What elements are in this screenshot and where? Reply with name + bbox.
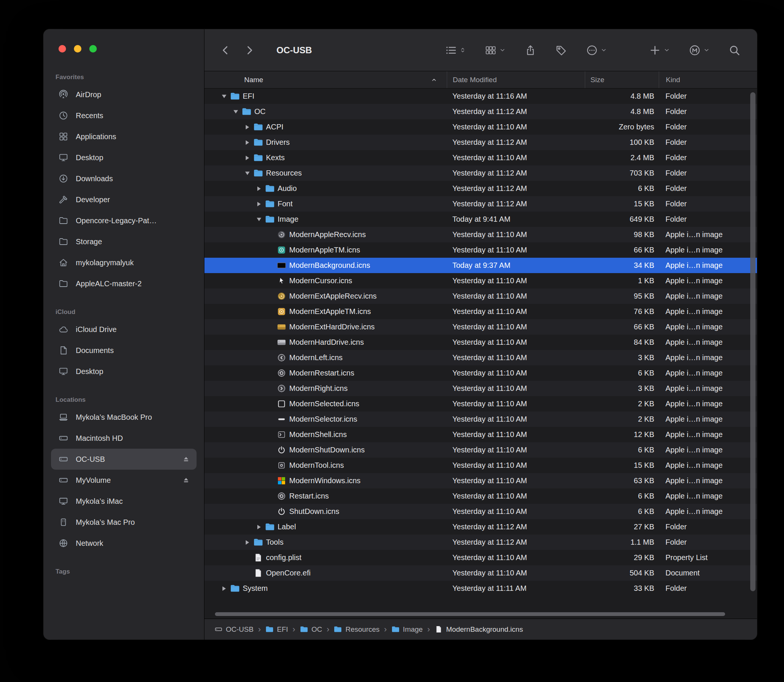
file-row-modernright-icns[interactable]: ModernRight.icnsYesterday at 11:10 AM3 K… [204, 381, 757, 396]
file-row-modernselected-icns[interactable]: ModernSelected.icnsYesterday at 11:10 AM… [204, 396, 757, 411]
close-button[interactable] [59, 45, 66, 53]
sidebar-item-myvolume[interactable]: MyVolume [51, 470, 196, 491]
column-headers: Name Date Modified Size Kind [204, 71, 757, 89]
path-item-efi[interactable]: EFI [265, 625, 288, 634]
file-row-label[interactable]: LabelYesterday at 11:12 AM27 KBFolder [204, 519, 757, 535]
file-row-system[interactable]: SystemYesterday at 11:11 AM33 KBFolder [204, 581, 757, 596]
file-row-modernharddrive-icns[interactable]: ModernHardDrive.icnsYesterday at 11:10 A… [204, 335, 757, 350]
sidebar-item-developer[interactable]: Developer [51, 189, 196, 210]
sidebar-item-oc-usb[interactable]: OC-USB [51, 449, 196, 470]
back-button[interactable] [220, 44, 231, 56]
disclosure-triangle[interactable] [230, 110, 242, 114]
path-item-image[interactable]: Image [391, 625, 423, 634]
file-row-modernleft-icns[interactable]: ModernLeft.icnsYesterday at 11:10 AM3 KB… [204, 350, 757, 365]
path-item-resources[interactable]: Resources [334, 625, 379, 634]
column-header-size[interactable]: Size [585, 71, 659, 88]
file-row-modernwindows-icns[interactable]: ModernWindows.icnsYesterday at 11:10 AM6… [204, 473, 757, 488]
name-cell: ModernRestart.icns [204, 365, 447, 381]
sidebar-item-applealc-master-2[interactable]: AppleALC-master-2 [51, 273, 196, 294]
view-mode-button[interactable] [445, 44, 466, 56]
disclosure-triangle[interactable] [218, 586, 230, 591]
eject-icon[interactable] [182, 454, 191, 464]
file-row-acpi[interactable]: ACPIYesterday at 11:10 AMZero bytesFolde… [204, 119, 757, 135]
file-row-modernextapplerecv-icns[interactable]: ModernExtAppleRecv.icnsYesterday at 11:1… [204, 288, 757, 304]
sidebar-item-icloud-drive[interactable]: iCloud Drive [51, 319, 196, 340]
file-row-image[interactable]: ImageToday at 9:41 AM649 KBFolder [204, 212, 757, 227]
name-cell: OpenCore.efi [204, 565, 447, 581]
disclosure-triangle[interactable] [242, 171, 253, 175]
fullscreen-button[interactable] [89, 45, 97, 53]
account-button[interactable] [689, 44, 710, 56]
sidebar-item-recents[interactable]: Recents [51, 105, 196, 126]
disclosure-triangle[interactable] [253, 202, 265, 206]
share-button[interactable] [524, 44, 536, 56]
horizontal-scrollbar-thumb[interactable] [215, 612, 725, 616]
sidebar-item-macintosh-hd[interactable]: Macintosh HD [51, 428, 196, 449]
tags-button[interactable] [555, 44, 567, 56]
sidebar-item-airdrop[interactable]: AirDrop [51, 84, 196, 105]
sidebar-item-desktop[interactable]: Desktop [51, 147, 196, 168]
file-row-modernselector-icns[interactable]: ModernSelector.icnsYesterday at 11:10 AM… [204, 411, 757, 427]
disclosure-triangle[interactable] [242, 540, 253, 545]
disclosure-triangle[interactable] [242, 125, 253, 129]
sidebar-item-mykola-s-mac-pro[interactable]: Mykola’s Mac Pro [51, 512, 196, 533]
sidebar-item-opencore-legacy-pat[interactable]: Opencore-Legacy-Pat… [51, 210, 196, 231]
file-row-tools[interactable]: ToolsYesterday at 11:12 AM1.1 MBFolder [204, 535, 757, 550]
sidebar-item-label: Developer [76, 196, 110, 204]
disclosure-triangle[interactable] [253, 525, 265, 529]
column-header-kind[interactable]: Kind [659, 71, 757, 88]
file-row-shutdown-icns[interactable]: ShutDown.icnsYesterday at 11:10 AM6 KBAp… [204, 504, 757, 519]
file-row-resources[interactable]: ResourcesYesterday at 11:12 AM703 KBFold… [204, 166, 757, 181]
disclosure-triangle[interactable] [218, 94, 230, 99]
sidebar-item-downloads[interactable]: Downloads [51, 168, 196, 189]
disclosure-triangle[interactable] [242, 140, 253, 145]
file-row-modernrestart-icns[interactable]: ModernRestart.icnsYesterday at 11:10 AM6… [204, 365, 757, 381]
forward-button[interactable] [244, 44, 255, 56]
file-row-modernbackground-icns[interactable]: ModernBackground.icnsToday at 9:37 AM34 … [204, 258, 757, 273]
sidebar-item-applications[interactable]: Applications [51, 126, 196, 147]
disclosure-triangle[interactable] [242, 156, 253, 160]
file-row-opencore-efi[interactable]: OpenCore.efiYesterday at 11:10 AM504 KBD… [204, 565, 757, 581]
group-by-button[interactable] [484, 44, 506, 56]
file-row-modernextharddrive-icns[interactable]: ModernExtHardDrive.icnsYesterday at 11:1… [204, 319, 757, 335]
chevron-updown-icon [459, 47, 466, 53]
minimize-button[interactable] [74, 45, 81, 53]
more-actions-button[interactable] [586, 44, 607, 56]
eject-icon[interactable] [182, 475, 191, 485]
file-row-config-plist[interactable]: config.plistYesterday at 11:10 AM29 KBPr… [204, 550, 757, 565]
path-item-oc[interactable]: OC [300, 625, 322, 634]
sidebar-item-network[interactable]: Network [51, 533, 196, 554]
file-row-font[interactable]: FontYesterday at 11:12 AM15 KBFolder [204, 196, 757, 212]
sidebar-item-mykolagrymalyuk[interactable]: mykolagrymalyuk [51, 252, 196, 273]
search-button[interactable] [728, 44, 741, 56]
file-kind: Apple i…n image [659, 350, 757, 365]
sidebar-item-documents[interactable]: Documents [51, 340, 196, 361]
sidebar-item-storage[interactable]: Storage [51, 231, 196, 252]
sidebar-item-label: Mykola’s MacBook Pro [76, 413, 152, 422]
file-row-audio[interactable]: AudioYesterday at 11:12 AM6 KBFolder [204, 181, 757, 196]
file-row-moderntool-icns[interactable]: ModernTool.icnsYesterday at 11:10 AM15 K… [204, 458, 757, 473]
vertical-scrollbar-thumb[interactable] [750, 92, 755, 591]
disclosure-triangle[interactable] [253, 186, 265, 191]
sidebar-item-desktop[interactable]: Desktop [51, 361, 196, 382]
disclosure-triangle[interactable] [253, 217, 265, 222]
file-row-oc[interactable]: OCYesterday at 11:12 AM4.8 MBFolder [204, 104, 757, 119]
file-row-modernextappletm-icns[interactable]: ModernExtAppleTM.icnsYesterday at 11:10 … [204, 304, 757, 319]
file-row-drivers[interactable]: DriversYesterday at 11:12 AM100 KBFolder [204, 135, 757, 150]
file-row-kexts[interactable]: KextsYesterday at 11:10 AM2.4 MBFolder [204, 150, 757, 166]
file-row-modernshutdown-icns[interactable]: ModernShutDown.icnsYesterday at 11:10 AM… [204, 442, 757, 458]
file-row-restart-icns[interactable]: Restart.icnsYesterday at 11:10 AM6 KBApp… [204, 488, 757, 504]
file-row-modernapplerecv-icns[interactable]: ModernAppleRecv.icnsYesterday at 11:10 A… [204, 227, 757, 242]
file-row-modernshell-icns[interactable]: ModernShell.icnsYesterday at 11:10 AM12 … [204, 427, 757, 442]
new-item-button[interactable] [649, 44, 670, 56]
path-item-oc-usb[interactable]: OC-USB [214, 625, 253, 634]
horizontal-scrollbar[interactable] [204, 610, 757, 618]
file-row-efi[interactable]: EFIYesterday at 11:16 AM4.8 MBFolder [204, 89, 757, 104]
column-header-date-modified[interactable]: Date Modified [447, 71, 585, 88]
file-row-modernappletm-icns[interactable]: ModernAppleTM.icnsYesterday at 11:10 AM6… [204, 242, 757, 258]
column-header-name[interactable]: Name [204, 71, 447, 88]
sidebar-item-mykola-s-imac[interactable]: Mykola’s iMac [51, 491, 196, 512]
sidebar-item-mykola-s-macbook-pro[interactable]: Mykola’s MacBook Pro [51, 406, 196, 428]
path-item-modernbackground-icns[interactable]: ModernBackground.icns [434, 625, 523, 634]
file-row-moderncursor-icns[interactable]: ModernCursor.icnsYesterday at 11:10 AM1 … [204, 273, 757, 288]
